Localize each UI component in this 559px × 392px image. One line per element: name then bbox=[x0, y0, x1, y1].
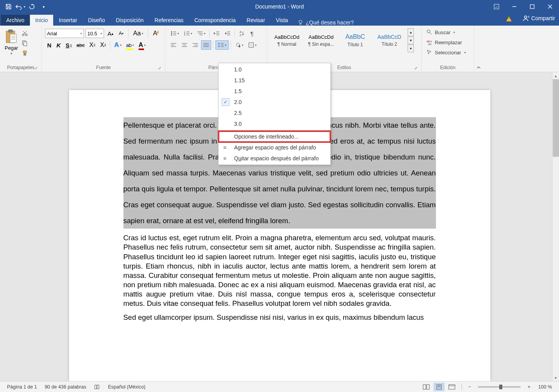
zoom-level[interactable]: 100 % bbox=[535, 384, 556, 390]
clear-formatting-button[interactable]: A◢ bbox=[151, 29, 160, 38]
svg-point-22 bbox=[171, 31, 172, 33]
style-gallery-down[interactable]: ▾ bbox=[408, 36, 414, 44]
multilevel-list-button[interactable]: ▾ bbox=[195, 29, 207, 38]
tab-vista[interactable]: Vista bbox=[271, 15, 293, 26]
read-mode-button[interactable] bbox=[420, 383, 432, 391]
tab-diseno[interactable]: Diseño bbox=[83, 15, 111, 26]
line-spacing-1.0[interactable]: 1.0 bbox=[219, 64, 330, 75]
qat-customize[interactable]: ▾ bbox=[38, 1, 49, 12]
tab-archivo[interactable]: Archivo bbox=[1, 15, 30, 26]
tab-disposicion[interactable]: Disposición bbox=[110, 15, 149, 26]
change-case-button[interactable]: Aa▾ bbox=[131, 29, 145, 38]
estilos-launcher[interactable]: ⤢ bbox=[414, 66, 417, 70]
justify-button[interactable] bbox=[201, 40, 211, 50]
tab-insertar[interactable]: Insertar bbox=[53, 15, 82, 26]
warning-icon[interactable]: ! bbox=[505, 16, 512, 23]
scroll-up-button[interactable]: ▴ bbox=[552, 72, 559, 79]
line-spacing-1.15[interactable]: 1.15 bbox=[219, 75, 330, 86]
remove-space-after[interactable]: ≡Quitar espacio después del párrafo bbox=[219, 153, 330, 164]
line-spacing-options[interactable]: Opciones de interlineado... bbox=[219, 131, 330, 142]
collapse-ribbon-button[interactable] bbox=[474, 26, 483, 72]
ribbon-display-options[interactable] bbox=[488, 0, 505, 13]
tab-revisar[interactable]: Revisar bbox=[241, 15, 270, 26]
tab-referencias[interactable]: Referencias bbox=[149, 15, 189, 26]
zoom-in-button[interactable]: + bbox=[525, 383, 533, 391]
scroll-thumb[interactable] bbox=[553, 79, 559, 157]
line-spacing-1.5[interactable]: 1.5 bbox=[219, 86, 330, 97]
language-indicator[interactable]: Español (México) bbox=[104, 384, 149, 390]
share-button[interactable]: + Compartir bbox=[522, 15, 555, 22]
increase-font-button[interactable]: A▴ bbox=[106, 29, 115, 38]
copy-button[interactable] bbox=[21, 39, 29, 47]
line-spacing-3.0[interactable]: 3.0 bbox=[219, 118, 330, 129]
redo-button[interactable] bbox=[26, 1, 37, 12]
bold-button[interactable]: N bbox=[45, 40, 54, 50]
vertical-scrollbar[interactable]: ▴ ▾ bbox=[552, 72, 559, 381]
maximize-button[interactable] bbox=[523, 0, 541, 13]
minimize-button[interactable] bbox=[505, 0, 523, 13]
spell-check-status[interactable] bbox=[90, 384, 104, 390]
page-indicator[interactable]: Página 1 de 1 bbox=[3, 384, 41, 390]
text-effects-button[interactable]: A▾ bbox=[112, 40, 123, 50]
sort-button[interactable]: AZ bbox=[237, 29, 247, 38]
style-titulo2[interactable]: AaBbCcDTítulo 2 bbox=[373, 28, 406, 53]
scroll-down-button[interactable]: ▾ bbox=[552, 374, 559, 381]
align-center-button[interactable] bbox=[179, 40, 189, 50]
increase-indent-button[interactable] bbox=[222, 29, 233, 38]
reemplazar-button[interactable]: abacReemplazar bbox=[425, 38, 467, 47]
svg-rect-21 bbox=[23, 51, 26, 53]
align-left-button[interactable] bbox=[168, 40, 179, 50]
portapapeles-launcher[interactable]: ⤢ bbox=[35, 66, 38, 70]
shading-button[interactable]: ▾ bbox=[233, 40, 245, 50]
search-icon bbox=[426, 29, 432, 35]
line-spacing-button[interactable]: ▾ bbox=[215, 40, 229, 50]
highlight-button[interactable]: ab▾ bbox=[124, 40, 136, 50]
style-normal[interactable]: AaBbCcDd¶ Normal bbox=[270, 28, 304, 53]
seleccionar-button[interactable]: Seleccionar▾ bbox=[425, 48, 467, 57]
decrease-indent-button[interactable] bbox=[212, 29, 222, 38]
buscar-button[interactable]: Buscar▾ bbox=[425, 28, 467, 36]
web-layout-button[interactable] bbox=[446, 383, 458, 391]
svg-rect-68 bbox=[427, 385, 429, 389]
zoom-slider[interactable] bbox=[478, 386, 521, 388]
italic-button[interactable]: K bbox=[54, 40, 63, 50]
tab-inicio[interactable]: Inicio bbox=[30, 15, 54, 26]
show-marks-button[interactable]: ¶ bbox=[248, 29, 256, 38]
font-name-combo[interactable]: Arial▾ bbox=[45, 29, 84, 38]
scissors-icon bbox=[22, 30, 28, 36]
fuente-launcher[interactable]: ⤢ bbox=[158, 66, 161, 70]
line-spacing-2.0[interactable]: ✓2.0 bbox=[219, 97, 330, 108]
numbering-button[interactable]: 123▾ bbox=[182, 29, 194, 38]
underline-button[interactable]: S▾ bbox=[64, 40, 74, 50]
tell-me-search[interactable]: ¿Qué desea hacer? bbox=[297, 19, 354, 26]
close-button[interactable] bbox=[541, 0, 559, 13]
zoom-out-button[interactable]: − bbox=[466, 383, 473, 391]
decrease-font-button[interactable]: A▾ bbox=[117, 29, 125, 38]
strikethrough-button[interactable]: abc bbox=[75, 40, 87, 50]
style-sin-espaciado[interactable]: AaBbCcDd¶ Sin espa... bbox=[304, 28, 338, 53]
group-portapapeles: Pegar ▾ Portapapeles⤢ bbox=[0, 26, 42, 72]
paragraph[interactable]: Cras id luctus est, eget rutrum elit. Pr… bbox=[123, 233, 436, 308]
print-layout-button[interactable] bbox=[434, 383, 444, 391]
bullets-button[interactable]: ▾ bbox=[168, 29, 181, 38]
style-gallery-up[interactable]: ▴ bbox=[408, 28, 414, 36]
svg-text:3: 3 bbox=[184, 34, 186, 36]
style-titulo1[interactable]: AaBbCTítulo 1 bbox=[339, 28, 372, 53]
save-button[interactable] bbox=[3, 1, 14, 12]
add-space-before[interactable]: ≡Agregar espacio antes del párrafo bbox=[219, 142, 330, 153]
font-color-button[interactable]: A▾ bbox=[137, 40, 148, 50]
tab-correspondencia[interactable]: Correspondencia bbox=[189, 15, 241, 26]
paragraph[interactable]: Sed eget ullamcorper ipsum. Suspendisse … bbox=[123, 313, 436, 322]
superscript-button[interactable]: X2 bbox=[98, 40, 108, 50]
borders-button[interactable]: ▾ bbox=[246, 40, 259, 50]
subscript-button[interactable]: X2 bbox=[87, 40, 97, 50]
word-count[interactable]: 90 de 436 palabras bbox=[41, 384, 90, 390]
align-right-button[interactable] bbox=[190, 40, 200, 50]
undo-button[interactable]: ▾ bbox=[15, 1, 26, 12]
cut-button[interactable] bbox=[21, 29, 29, 37]
font-size-combo[interactable]: 10.5▾ bbox=[85, 29, 104, 38]
paste-button[interactable]: Pegar ▾ bbox=[3, 27, 20, 64]
style-gallery-more[interactable]: ▾ bbox=[408, 45, 414, 52]
line-spacing-2.5[interactable]: 2.5 bbox=[219, 108, 330, 118]
format-painter-button[interactable] bbox=[21, 49, 29, 57]
